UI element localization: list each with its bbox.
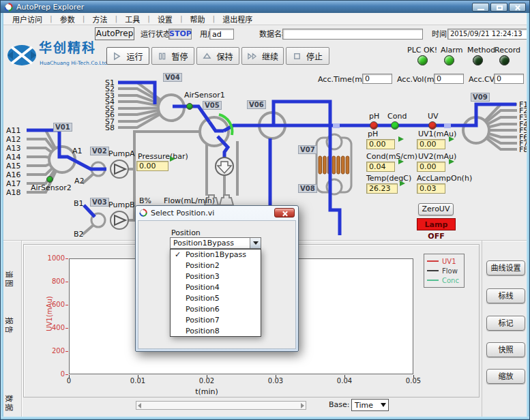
option-position1bypass[interactable]: ✓Position1Bypass [171, 250, 261, 260]
trend-arrow-icon [449, 159, 454, 164]
valve-badge-v02[interactable]: V02 [90, 147, 109, 155]
legend-item-flow[interactable]: Flow [427, 266, 461, 275]
option-position7[interactable]: Position7 [171, 315, 261, 326]
base-label: Base: [329, 401, 350, 409]
position-combobox[interactable]: Position1Bypass [170, 237, 261, 249]
select-position-dialog: Select Position.vi Position Position1Byp… [135, 205, 299, 352]
option-label: Position8 [186, 327, 220, 335]
valve-badge-v03[interactable]: V03 [90, 198, 109, 207]
scroll-left-icon[interactable] [138, 403, 141, 408]
plc-led [417, 55, 428, 65]
resume-button-label: 继续 [262, 50, 278, 62]
ph-sensor-indicator [370, 121, 378, 130]
port-label: A15 [6, 162, 21, 170]
method-led [473, 55, 483, 65]
trend-arrow-icon [449, 136, 454, 142]
option-position6[interactable]: Position6 [171, 304, 261, 315]
valve-badge-v04[interactable]: V04 [163, 73, 182, 82]
dialog-title: Select Position.vi [151, 209, 214, 217]
menu-item-tools[interactable]: 工具 [117, 14, 147, 25]
menu-item-parameters[interactable]: 参数 [53, 14, 83, 25]
menu-item-settings[interactable]: 设置 [150, 14, 180, 25]
menu-item-user-access[interactable]: 用户访问 [5, 14, 50, 25]
port-label: S8 [105, 124, 115, 132]
option-position3[interactable]: Position3 [171, 271, 261, 282]
trend-arrow-icon [398, 136, 404, 142]
curve-settings-button[interactable]: 曲线设置 [486, 260, 525, 275]
option-label: Position3 [186, 272, 220, 281]
brand-name-en: HuaChuang Hi-Tech.Co.Ltd. [40, 59, 109, 68]
option-position2[interactable]: Position2 [171, 260, 261, 271]
option-position5[interactable]: Position5 [171, 293, 261, 304]
pressure-value: 0.00 [136, 161, 168, 171]
chart-legend: UV1 Flow Conc [424, 254, 465, 288]
option-position8[interactable]: Position8 [171, 326, 261, 337]
pause-button[interactable]: 暂停 [151, 47, 194, 65]
scroll-right-icon[interactable] [301, 403, 304, 408]
run-button[interactable]: 运行 [106, 47, 149, 65]
position-field-label: Position [171, 228, 201, 237]
maximize-button[interactable] [490, 3, 507, 12]
menu-item-method[interactable]: 方法 [85, 14, 115, 25]
legend-item-conc[interactable]: Conc [427, 275, 461, 285]
legend-label: Flow [442, 267, 458, 275]
left-tab-data[interactable]: 数据 [4, 395, 15, 412]
combobox-dropdown-button[interactable] [250, 238, 261, 248]
column-assembly[interactable] [316, 134, 351, 194]
x-tick-label: 0.04 [331, 377, 358, 385]
valve-badge-v01[interactable]: V01 [53, 123, 72, 132]
option-label: Position1Bypass [186, 250, 246, 259]
legend-item-uv1[interactable]: UV1 [427, 256, 461, 266]
data-name-input[interactable] [282, 29, 423, 40]
uv-sensor-label: UV [428, 112, 439, 121]
valve-badge-v06[interactable]: V06 [247, 100, 266, 109]
chart-scrollbar[interactable] [136, 401, 306, 410]
valve-badge-v05[interactable]: V05 [203, 101, 222, 110]
acc-time-value: 0 [362, 74, 392, 84]
valve-badge-v09[interactable]: V09 [471, 93, 490, 102]
valve-badge-v08[interactable]: V08 [298, 184, 317, 193]
close-button[interactable] [509, 3, 526, 12]
menu-item-help[interactable]: 帮助 [183, 14, 213, 25]
dialog-title-bar: Select Position.vi [136, 206, 298, 220]
menu-item-exit[interactable]: 退出程序 [215, 14, 260, 25]
valve-badge-v07[interactable]: V07 [298, 145, 317, 154]
option-position4[interactable]: Position4 [171, 282, 261, 293]
base-dropdown[interactable]: Time [351, 399, 389, 411]
port-label: A17 [6, 180, 21, 188]
legend-label: UV1 [442, 258, 456, 265]
left-tab-chromatogram[interactable]: 谱图 [4, 271, 15, 288]
pressure-label: Pressure(bar) [138, 153, 188, 161]
app-window: AutoPrep Explorer 用户访问 | 参数 | 方法 | 工具 | … [0, 0, 530, 420]
x-tick-label: 0.03 [262, 377, 289, 385]
annotate-button[interactable]: 标记 [486, 316, 525, 331]
pump-b[interactable] [111, 211, 128, 229]
minimize-button[interactable] [472, 3, 489, 12]
y-tick-label: 800 [43, 278, 65, 285]
user-input[interactable] [209, 29, 234, 40]
dialog-close-button[interactable] [274, 208, 295, 217]
pause-button-label: 暂停 [171, 50, 188, 62]
zoom-button[interactable]: 缩放 [486, 369, 525, 384]
pump-a[interactable] [111, 160, 128, 178]
hold-button[interactable]: 保持 [196, 47, 239, 65]
run-status-label: 运行状态 [141, 31, 171, 39]
x-axis-title: t(min) [186, 387, 227, 396]
left-tab-report[interactable]: 报告 [4, 317, 15, 335]
resume-button[interactable]: 继续 [241, 47, 284, 65]
brand-name-cn: 华创精科 [39, 44, 96, 52]
option-label: Position4 [186, 283, 220, 292]
cond-sensor-indicator [391, 121, 399, 130]
cond-readout-label: Cond(mS/cm) [366, 153, 417, 161]
record-led-label: Record [495, 46, 520, 55]
snapshot-button[interactable]: 快照 [486, 342, 525, 357]
zero-uv-button[interactable]: ZeroUV [418, 203, 454, 215]
marker-line-button[interactable]: 标线 [486, 288, 525, 303]
lamp-off-button[interactable]: Lamp OFF [417, 218, 456, 230]
cond-sensor-label: Cond [387, 112, 407, 121]
air-sensor-2-indicator [46, 176, 53, 183]
brand-logo [6, 43, 38, 68]
chevron-down-icon [381, 403, 386, 407]
line-label-a1: A1 [72, 147, 83, 155]
stop-button[interactable]: 停止 [286, 47, 329, 65]
